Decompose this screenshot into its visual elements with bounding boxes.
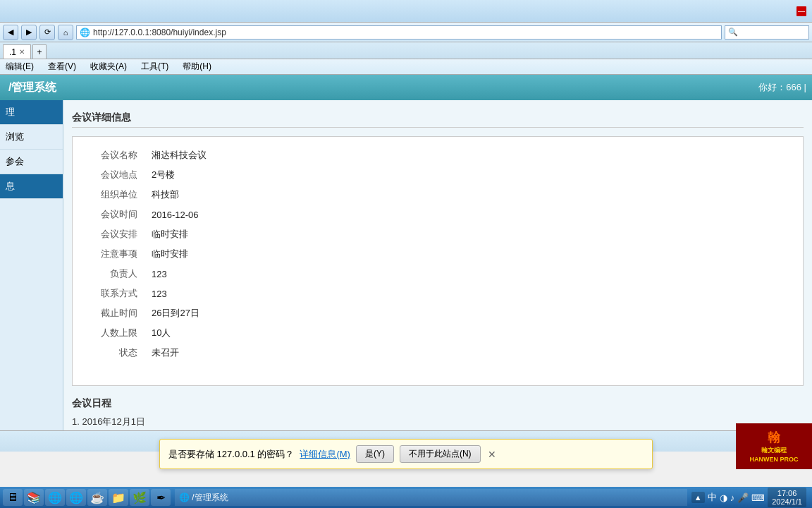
field-value: 123	[144, 264, 794, 284]
menu-view[interactable]: 查看(V)	[45, 59, 79, 74]
sidebar-item-browse[interactable]: 浏览	[0, 125, 63, 150]
field-value: 湘达科技会议	[144, 145, 794, 165]
nav-back-button[interactable]: ◀	[3, 25, 18, 40]
menu-help[interactable]: 帮助(H)	[180, 59, 214, 74]
dialog-no-button[interactable]: 不用于此站点(N)	[400, 445, 481, 463]
tray-mic[interactable]: 🎤	[737, 492, 749, 503]
window-close-button[interactable]: —	[796, 6, 806, 16]
field-value: 临时安排	[144, 244, 794, 264]
field-value: 未召开	[144, 343, 794, 363]
field-value: 123	[144, 284, 794, 303]
tray-ime[interactable]: 中	[708, 491, 717, 504]
taskbar-browser-button[interactable]: 🌐	[66, 489, 86, 506]
table-row: 会议名称 湘达科技会议	[81, 145, 794, 165]
address-bar[interactable]: 🌐 http://127.0.0.1:8080/huiyi/index.jsp	[76, 25, 722, 40]
main-layout: 理 浏览 参会 息 会议详细信息 会议名称 湘达科技会议 会议地点 2号楼 组织…	[0, 100, 812, 430]
table-row: 负责人 123	[81, 264, 794, 284]
table-row: 会议安排 临时安排	[81, 224, 794, 244]
dialog-close-button[interactable]: ✕	[486, 449, 498, 460]
taskbar-files-button[interactable]: 📚	[24, 489, 44, 506]
search-box[interactable]: 🔍	[725, 25, 809, 40]
schedule-item-1: 1. 2016年12月1日	[72, 416, 804, 428]
ime-text: 翰文编程HANWEN PROC	[750, 446, 799, 464]
password-dialog: 是否要存储 127.0.0.1 的密码？ 详细信息(M) 是(Y) 不用于此站点…	[159, 439, 653, 469]
tray-keyboard[interactable]: ⌨	[751, 492, 765, 503]
taskbar-app2-button[interactable]: ✒	[151, 489, 171, 506]
field-label: 负责人	[81, 264, 144, 284]
menu-tools[interactable]: 工具(T)	[138, 59, 171, 74]
table-row: 会议地点 2号楼	[81, 165, 794, 185]
menu-favorites[interactable]: 收藏夹(A)	[87, 59, 130, 74]
sidebar-item-info[interactable]: 息	[0, 174, 63, 199]
sidebar: 理 浏览 参会 息	[0, 100, 63, 430]
table-row: 联系方式 123	[81, 284, 794, 303]
field-label: 截止时间	[81, 303, 144, 323]
table-row: 注意事项 临时安排	[81, 244, 794, 264]
field-label: 人数上限	[81, 323, 144, 343]
table-row: 会议时间 2016-12-06	[81, 205, 794, 224]
schedule-title: 会议日程	[72, 397, 804, 410]
browser-menubar: 编辑(E) 查看(V) 收藏夹(A) 工具(T) 帮助(H)	[0, 59, 812, 75]
table-row: 截止时间 26日到27日	[81, 303, 794, 323]
dialog-detail-link[interactable]: 详细信息(M)	[300, 448, 350, 461]
tray-sound[interactable]: ♪	[730, 492, 735, 503]
taskbar-start-button[interactable]: 🖥	[3, 489, 23, 506]
browser-toolbar: ◀ ▶ ⟳ ⌂ 🌐 http://127.0.0.1:8080/huiyi/in…	[0, 23, 812, 42]
field-value: 26日到27日	[144, 303, 794, 323]
schedule-section: 会议日程 1. 2016年12月1日 会议活题：	[72, 397, 804, 430]
browser-tabs: .1 ✕ +	[0, 42, 812, 59]
field-value: 2016-12-06	[144, 205, 794, 224]
nav-forward-button[interactable]: ▶	[21, 25, 37, 40]
taskbar-ie-button[interactable]: 🌐	[45, 489, 65, 506]
field-value: 10人	[144, 323, 794, 343]
taskbar-explorer-button[interactable]: 📁	[109, 489, 128, 506]
address-text: http://127.0.0.1:8080/huiyi/index.jsp	[93, 28, 226, 37]
field-label: 状态	[81, 343, 144, 363]
menu-edit[interactable]: 编辑(E)	[3, 59, 37, 74]
system-clock[interactable]: 17:06 2024/1/1	[768, 488, 806, 507]
content-area: 会议详细信息 会议名称 湘达科技会议 会议地点 2号楼 组织单位 科技部 会议时…	[63, 100, 812, 430]
field-label: 组织单位	[81, 185, 144, 205]
field-label: 会议时间	[81, 205, 144, 224]
table-row: 组织单位 科技部	[81, 185, 794, 205]
tab-close-button[interactable]: ✕	[19, 48, 25, 56]
user-info: 你好：666 |	[758, 81, 806, 94]
field-value: 2号楼	[144, 165, 794, 185]
nav-refresh-button[interactable]: ⟳	[39, 25, 55, 40]
taskbar-tray: ▲ 中 ◑ ♪ 🎤 ⌨ 17:06 2024/1/1	[691, 488, 809, 507]
ime-corner: 翰 翰文编程HANWEN PROC	[736, 423, 812, 469]
taskbar: 🖥 📚 🌐 🌐 ☕ 📁 🌿 ✒ 🌐 /管理系统 ▲ 中 ◑ ♪ 🎤 ⌨ 17:0…	[0, 487, 812, 508]
sidebar-item-attend[interactable]: 参会	[0, 150, 63, 174]
field-label: 会议安排	[81, 224, 144, 244]
page-title: /管理系统	[8, 80, 56, 95]
clock-date: 2024/1/1	[772, 497, 802, 506]
nav-home-button[interactable]: ⌂	[58, 25, 73, 40]
field-label: 注意事项	[81, 244, 144, 264]
field-value: 临时安排	[144, 224, 794, 244]
detail-table: 会议名称 湘达科技会议 会议地点 2号楼 组织单位 科技部 会议时间 2016-…	[81, 145, 794, 363]
table-row: 状态 未召开	[81, 343, 794, 363]
tray-expand[interactable]: ▲	[691, 492, 705, 503]
taskbar-active-window[interactable]: 🌐 /管理系统	[175, 489, 687, 506]
detail-card: 会议名称 湘达科技会议 会议地点 2号楼 组织单位 科技部 会议时间 2016-…	[72, 136, 804, 386]
tab-label: .1	[9, 47, 16, 57]
page-header: /管理系统 你好：666 |	[0, 75, 812, 100]
browser-tab[interactable]: .1 ✕	[3, 44, 31, 59]
taskbar-java-button[interactable]: ☕	[87, 489, 107, 506]
new-tab-button[interactable]: +	[32, 44, 47, 59]
dialog-text: 是否要存储 127.0.0.1 的密码？	[168, 448, 294, 461]
taskbar-app1-button[interactable]: 🌿	[130, 489, 149, 506]
field-label: 会议地点	[81, 165, 144, 185]
field-label: 联系方式	[81, 284, 144, 303]
field-value: 科技部	[144, 185, 794, 205]
browser-titlebar: —	[0, 0, 812, 23]
dialog-yes-button[interactable]: 是(Y)	[356, 445, 394, 463]
clock-time: 17:06	[772, 489, 802, 497]
table-row: 人数上限 10人	[81, 323, 794, 343]
detail-section-title: 会议详细信息	[72, 109, 804, 128]
field-label: 会议名称	[81, 145, 144, 165]
tray-moon[interactable]: ◑	[720, 492, 727, 503]
sidebar-item-manage[interactable]: 理	[0, 100, 63, 125]
